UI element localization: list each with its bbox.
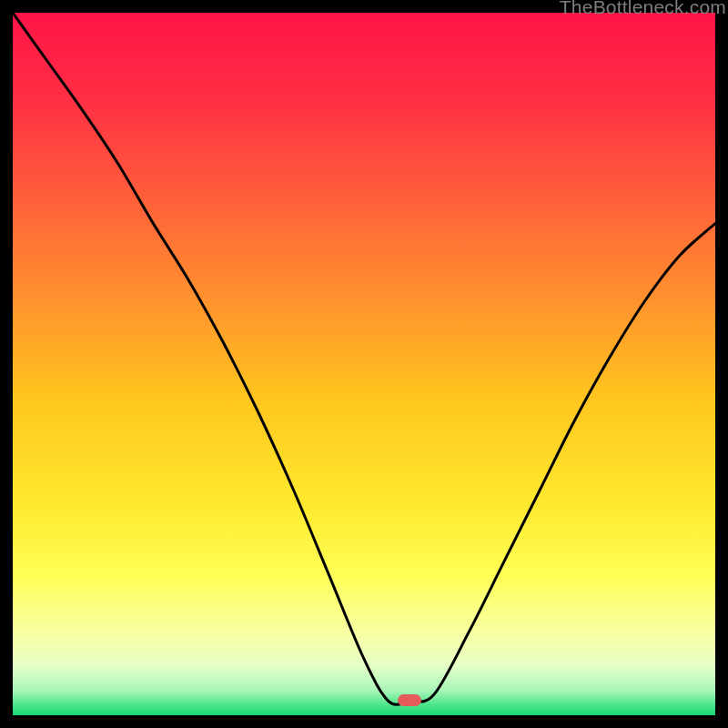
plot-area [13,13,715,715]
bottleneck-curve [13,13,715,715]
watermark-text: TheBottleneck.com [560,0,726,18]
chart-frame: TheBottleneck.com [0,0,728,728]
optimal-marker [398,694,421,706]
